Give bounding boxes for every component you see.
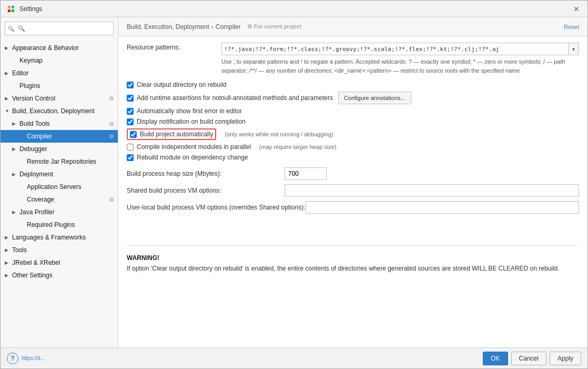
svg-rect-3 xyxy=(12,9,14,12)
arrow-icon: ▶ xyxy=(12,210,19,215)
show-error-checkbox[interactable] xyxy=(127,108,134,115)
ok-button[interactable]: OK xyxy=(483,352,508,365)
sidebar-item-label: Build, Execution, Deployment xyxy=(12,107,118,115)
shared-vm-input[interactable] xyxy=(285,184,579,197)
arrow-icon: ▶ xyxy=(12,146,19,152)
warning-text: If option 'Clear output directory on reb… xyxy=(127,264,579,273)
sidebar-item-plugins[interactable]: Plugins xyxy=(1,79,118,92)
configure-annotations-button[interactable]: Configure annotations... xyxy=(338,92,411,104)
settings-window: Settings ✕ 🔍 ▶ Appearance & Behavior xyxy=(0,0,588,369)
assertions-label: Add runtime assertions for notnull-annot… xyxy=(137,94,333,102)
checkbox-build-auto: Build project automatically (only works … xyxy=(127,128,579,140)
sidebar-item-jrebel[interactable]: ▶ JRebel & XRebel xyxy=(1,256,118,269)
sidebar-item-compiler[interactable]: Compiler ⚙ xyxy=(1,130,118,143)
arrow-icon: ▶ xyxy=(5,45,12,51)
sidebar-item-remote-jar[interactable]: Remote Jar Repositories xyxy=(1,155,118,168)
breadcrumb: Build, Execution, Deployment › Compiler xyxy=(127,23,241,31)
compile-parallel-note: (may require larger heap size) xyxy=(259,144,337,150)
sidebar-item-languages[interactable]: ▶ Languages & Frameworks xyxy=(1,231,118,244)
apply-button[interactable]: Apply xyxy=(550,352,581,365)
notification-checkbox[interactable] xyxy=(127,118,134,125)
resource-field-wrapper: ▾ xyxy=(221,43,579,55)
heap-label: Build process heap size (Mbytes): xyxy=(127,170,285,177)
for-current-label: ⚙ For current project xyxy=(247,23,301,30)
user-local-vm-row: User-local build process VM options (ove… xyxy=(127,201,579,214)
reset-button[interactable]: Reset xyxy=(564,24,579,30)
warning-section: WARNING! If option 'Clear output directo… xyxy=(127,245,579,273)
title-bar: Settings ✕ xyxy=(1,1,587,17)
sidebar-item-required-plugins[interactable]: Required Plugins xyxy=(1,218,118,231)
sidebar-item-label: Tools xyxy=(12,246,118,254)
sidebar-item-label: Editor xyxy=(12,69,118,77)
sidebar-item-deployment[interactable]: ▶ Deployment xyxy=(1,168,118,181)
sidebar-item-editor[interactable]: ▶ Editor xyxy=(1,67,118,79)
svg-rect-1 xyxy=(12,6,14,8)
checkbox-compile-parallel: Compile independent modules in parallel … xyxy=(127,143,579,151)
show-error-label: Automatically show first error in editor xyxy=(137,107,242,115)
warning-title: WARNING! xyxy=(127,254,579,262)
sidebar: 🔍 ▶ Appearance & Behavior Keymap ▶ xyxy=(1,17,118,347)
svg-rect-0 xyxy=(8,6,11,8)
arrow-icon: ▶ xyxy=(12,121,19,126)
compile-parallel-checkbox[interactable] xyxy=(127,144,134,151)
resource-patterns-row: Resource patterns: ▾ xyxy=(127,43,579,55)
sidebar-item-version-control[interactable]: ▶ Version Control ⚙ xyxy=(1,92,118,105)
sidebar-item-label: Appearance & Behavior xyxy=(12,44,118,52)
sidebar-item-label: Remote Jar Repositories xyxy=(27,158,118,165)
main-content: 🔍 ▶ Appearance & Behavior Keymap ▶ xyxy=(1,17,587,347)
rebuild-label: Rebuild module on dependency change xyxy=(137,154,248,161)
search-box[interactable]: 🔍 xyxy=(5,22,114,35)
breadcrumb-current: Compiler xyxy=(216,23,241,31)
rebuild-checkbox[interactable] xyxy=(127,154,134,161)
gear-icon: ⚙ xyxy=(107,94,116,103)
checkbox-notification: Display notification on build completion xyxy=(127,118,579,125)
checkbox-assertions: Add runtime assertions for notnull-annot… xyxy=(127,92,579,104)
sidebar-item-label: Required Plugins xyxy=(27,221,118,228)
gear-icon: ⚙ xyxy=(107,195,116,204)
resource-patterns-label: Resource patterns: xyxy=(127,43,221,51)
sidebar-item-label: Keymap xyxy=(19,57,118,64)
search-icon: 🔍 xyxy=(8,26,14,32)
sidebar-item-label: Other Settings xyxy=(12,272,118,279)
sidebar-item-java-profiler[interactable]: ▶ Java Profiler xyxy=(1,206,118,218)
arrow-icon: ▼ xyxy=(5,108,12,114)
close-button[interactable]: ✕ xyxy=(572,4,581,14)
build-auto-note: (only works while not running / debuggin… xyxy=(225,131,333,137)
sidebar-item-other[interactable]: ▶ Other Settings xyxy=(1,269,118,282)
sidebar-item-coverage[interactable]: Coverage ⚙ xyxy=(1,193,118,206)
sidebar-item-debugger[interactable]: ▶ Debugger xyxy=(1,143,118,155)
panel-body: Resource patterns: ▾ Use ; to separate p… xyxy=(118,36,587,347)
expand-button[interactable]: ▾ xyxy=(569,43,579,55)
checkbox-show-error: Automatically show first error in editor xyxy=(127,107,579,115)
checkbox-rebuild-dependency: Rebuild module on dependency change xyxy=(127,154,579,161)
sidebar-item-label: Plugins xyxy=(19,82,118,89)
sidebar-item-label: Compiler xyxy=(27,133,107,140)
help-button[interactable]: ? xyxy=(7,353,18,364)
arrow-icon: ▶ xyxy=(5,247,12,253)
sidebar-item-build-tools[interactable]: ▶ Build Tools ⚙ xyxy=(1,117,118,130)
gear-icon: ⚙ xyxy=(107,119,116,128)
sidebar-item-build-execution[interactable]: ▼ Build, Execution, Deployment xyxy=(1,105,118,117)
sidebar-item-keymap[interactable]: Keymap xyxy=(1,54,118,67)
resource-patterns-input[interactable] xyxy=(221,43,569,55)
sidebar-item-tools[interactable]: ▶ Tools xyxy=(1,244,118,256)
search-input[interactable] xyxy=(5,22,114,35)
cancel-button[interactable]: Cancel xyxy=(511,352,546,365)
sidebar-item-appearance[interactable]: ▶ Appearance & Behavior xyxy=(1,42,118,54)
arrow-icon: ▶ xyxy=(5,71,12,76)
sidebar-item-label: Build Tools xyxy=(19,120,107,127)
heap-size-row: Build process heap size (Mbytes): xyxy=(127,167,579,180)
sidebar-item-label: Application Servers xyxy=(27,183,118,191)
sidebar-item-label: Deployment xyxy=(19,171,118,178)
assertions-checkbox[interactable] xyxy=(127,95,134,102)
user-local-vm-input[interactable] xyxy=(306,201,580,214)
breadcrumb-parent: Build, Execution, Deployment xyxy=(127,23,209,31)
nav-tree: ▶ Appearance & Behavior Keymap ▶ Editor … xyxy=(1,39,118,347)
arrow-icon: ▶ xyxy=(12,172,19,177)
clear-output-checkbox[interactable] xyxy=(127,82,134,88)
sidebar-item-app-servers[interactable]: Application Servers xyxy=(1,181,118,193)
sidebar-item-label: Debugger xyxy=(19,145,118,153)
heap-input[interactable] xyxy=(285,167,327,180)
build-auto-checkbox[interactable] xyxy=(130,131,137,138)
arrow-icon: ▶ xyxy=(5,235,12,240)
